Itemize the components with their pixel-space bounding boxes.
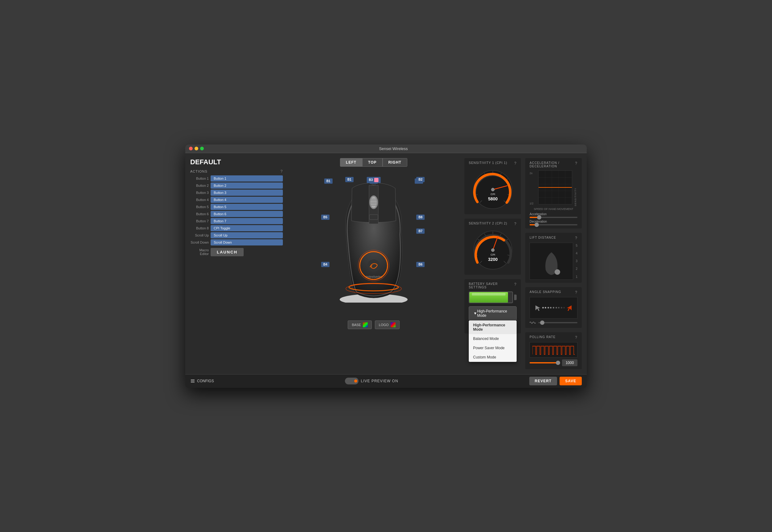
lift-visual: 5 4 3 2 1 (530, 243, 577, 280)
sensitivity2-help[interactable]: ? (514, 222, 517, 226)
base-color-button[interactable]: BASE (348, 320, 371, 329)
button-label-7: Button 7 (190, 219, 209, 223)
deceleration-slider-track[interactable] (530, 224, 577, 225)
live-preview: LIVE PREVIEW ON (345, 378, 398, 384)
button-value-2[interactable]: Button 2 (211, 182, 283, 189)
tab-right[interactable]: RIGHT (383, 158, 407, 167)
polling-help[interactable]: ? (575, 335, 577, 340)
b2-tag[interactable]: B2 (416, 177, 425, 182)
save-button[interactable]: SAVE (560, 377, 582, 385)
configs-button[interactable]: CONFIGS (190, 379, 214, 383)
angle-cursor-left (534, 304, 542, 312)
logo-label: LOGO (379, 323, 389, 327)
deceleration-slider-thumb[interactable] (535, 223, 539, 227)
button-label-scroll-up: Scroll Up (190, 233, 209, 237)
profile-name: DEFAULT (190, 158, 283, 166)
accel-chart-area: 2x 1/2 (530, 170, 577, 206)
acceleration-slider-track[interactable] (530, 217, 577, 218)
dropdown-item-balanced[interactable]: Balanced Mode (469, 334, 517, 343)
button-value-scroll-down[interactable]: Scroll Down (211, 239, 283, 245)
lift-chart[interactable] (530, 243, 573, 280)
gauge1-svg[interactable]: CPI 5800 (471, 168, 514, 211)
battery-label: BATTERY SAVER SETTINGS (469, 282, 514, 289)
tab-top[interactable]: TOP (362, 158, 382, 167)
angle-dot (558, 307, 560, 308)
actions-help-icon[interactable]: ? (280, 169, 283, 174)
dropdown-item-custom[interactable]: Custom Mode (469, 353, 517, 362)
acceleration-slider-label: Acceleration (530, 212, 577, 216)
revert-button[interactable]: REVERT (529, 377, 557, 385)
dropdown-selected-value: High-Performance Mode (477, 309, 512, 318)
sensitivity2-label: SENSITIVITY 2 (CPI 2) (469, 222, 507, 226)
angle-slider-row (530, 320, 577, 325)
accel-chart-wrap (538, 170, 572, 206)
button-value-1[interactable]: Button 1 (211, 175, 283, 182)
button-value-scroll-up[interactable]: Scroll Up (211, 232, 283, 238)
button-value-5[interactable]: Button 5 (211, 204, 283, 210)
button-label-1: Button 1 (190, 177, 209, 180)
logo-color-button[interactable]: LOGO (375, 320, 400, 329)
battery-header: BATTERY SAVER SETTINGS ? (469, 282, 517, 289)
lift-mouse-svg (534, 246, 569, 275)
b5-tag[interactable]: B5 (321, 215, 329, 220)
b6-tag[interactable]: B6 (416, 262, 425, 267)
button-value-6[interactable]: Button 6 (211, 211, 283, 217)
b3-tag[interactable]: B3 (367, 177, 381, 183)
button-value-8[interactable]: CPI Toggle (211, 225, 283, 231)
svg-rect-10 (369, 215, 378, 220)
dropdown-item-high-performance[interactable]: High-Performance Mode (469, 320, 517, 334)
sensitivity2-section: SENSITIVITY 2 (CPI 2) ? (464, 219, 521, 275)
lift-slider-knob[interactable] (555, 269, 560, 275)
lift-label: LIFT DISTANCE (530, 236, 556, 240)
lift-section: LIFT DISTANCE ? (525, 233, 582, 283)
battery-section: BATTERY SAVER SETTINGS ? (464, 279, 521, 333)
b8-tag[interactable]: B8 (416, 215, 425, 220)
mouse-button-b1[interactable]: B1 (324, 178, 333, 184)
b7-tag[interactable]: B7 (416, 228, 425, 234)
launch-button[interactable]: LAUNCH (211, 248, 244, 256)
dropdown-item-power-saver[interactable]: Power Saver Mode (469, 343, 517, 353)
live-preview-label: LIVE PREVIEW ON (361, 379, 398, 383)
acceleration-label: ACCELERATION / DECELERATION (530, 161, 575, 168)
accel-y-max: 2x (530, 172, 537, 175)
angle-slider-track[interactable] (538, 322, 577, 323)
dropdown-menu: High-Performance Mode Balanced Mode Powe… (469, 320, 517, 362)
live-preview-toggle[interactable] (345, 378, 359, 384)
lift-scale-2: 2 (576, 267, 577, 270)
gauge2-svg[interactable]: CPI 3200 (471, 228, 514, 272)
battery-help[interactable]: ? (514, 282, 517, 289)
angle-dot (556, 307, 557, 308)
sensitivity1-help[interactable]: ? (514, 161, 517, 165)
speed-axis-label: SPEED OF HAND MOVEMENT (530, 207, 577, 211)
maximize-button[interactable] (200, 147, 204, 150)
sensitivity1-label: SENSITIVITY 1 (CPI 1) (469, 161, 507, 165)
button-row-2: Button 2 Button 2 (190, 182, 283, 189)
battery-visual (469, 291, 517, 303)
polling-label: POLLING RATE (530, 335, 556, 340)
logo-color-swatch (391, 322, 396, 327)
mouse-image: ⚙steelseries (330, 170, 417, 303)
angle-dot (545, 307, 546, 308)
deceleration-slider-row: Deceleration (530, 220, 577, 225)
b1-tag[interactable]: B1 (345, 177, 354, 182)
configs-icon (190, 379, 195, 383)
accel-chart[interactable] (538, 170, 572, 204)
polling-header: POLLING RATE ? (530, 335, 577, 340)
acceleration-help[interactable]: ? (575, 161, 577, 168)
button-value-3[interactable]: Button 3 (211, 190, 283, 196)
acceleration-slider-thumb[interactable] (537, 215, 541, 220)
left-panel: DEFAULT ACTIONS ? Button 1 Button 1 Butt… (190, 158, 283, 369)
angle-help[interactable]: ? (575, 290, 577, 295)
polling-slider-track[interactable] (530, 362, 560, 363)
dropdown-button[interactable]: ▼ High-Performance Mode (469, 306, 517, 320)
minimize-button[interactable] (195, 147, 198, 150)
lift-help[interactable]: ? (575, 236, 577, 240)
titlebar: Sensei Wireless (185, 145, 587, 153)
polling-slider-thumb[interactable] (556, 361, 560, 365)
close-button[interactable] (189, 147, 193, 150)
button-value-7[interactable]: Button 7 (211, 218, 283, 224)
button-value-4[interactable]: Button 4 (211, 197, 283, 203)
tab-left[interactable]: LEFT (340, 158, 362, 167)
angle-slider-thumb[interactable] (540, 320, 544, 325)
b4-tag[interactable]: B4 (321, 262, 329, 267)
